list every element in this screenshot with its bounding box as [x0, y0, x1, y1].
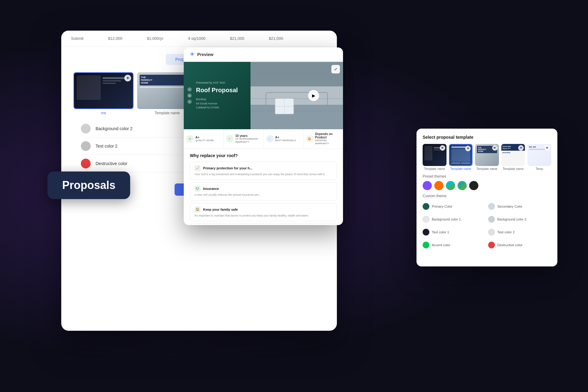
accent-color-label: Accent color [432, 243, 450, 247]
stat-label-4: MATERIAL WARRANTY [315, 139, 341, 145]
rp-templates-row: 👁 Template name 👁 T [423, 144, 551, 171]
stat-value-1: A+ [195, 136, 214, 139]
col-2: $12,000 [108, 36, 122, 41]
reason-icon-3: 🏠 [194, 206, 201, 213]
roof-photo-overlay [251, 62, 343, 129]
stat-label-3: BEST MATERIALS [275, 139, 296, 142]
preset-themes-row [423, 181, 551, 190]
template-thumb-1[interactable]: 👁 me [74, 72, 134, 115]
rp-thumb-4[interactable]: financialsDone ✦✦ smoothly 👁 Template na… [501, 144, 525, 171]
rp-thumb-5[interactable]: for mi 👁 Temp [527, 144, 551, 171]
proposals-badge: Proposals [47, 172, 130, 199]
expand-button[interactable]: ⤢ [331, 65, 340, 74]
roof-social: f in t [187, 87, 192, 104]
roof-small-title: Presented by ACE Tech [196, 81, 249, 84]
preset-purple[interactable] [423, 181, 432, 190]
bg1-color-swatch[interactable] [423, 216, 429, 223]
primary-color-swatch[interactable] [423, 203, 429, 210]
accent-color-swatch[interactable] [423, 242, 429, 248]
custom-primary: Primary Color [423, 201, 486, 212]
stat-label-2: OF WORKMANSHIP WARRANTY [235, 138, 261, 144]
col-6: $21,000 [269, 36, 283, 41]
text2-color-label: Text color 2 [497, 230, 514, 234]
reason-icon-2: 🛡 [194, 186, 201, 192]
template-img-1[interactable]: 👁 [74, 72, 134, 109]
custom-bg2: Background color 2 [488, 214, 551, 224]
bg-color-2-swatch[interactable] [81, 124, 91, 134]
text2-color-swatch[interactable] [488, 229, 495, 236]
rp-thumb-img-3[interactable]: THEPERFECTHOME 👁 [475, 144, 499, 166]
svg-rect-3 [251, 105, 343, 129]
rp-label-4: Template name [501, 167, 525, 171]
material-warranty-icon: 🏠 [306, 135, 313, 142]
instagram-icon: in [187, 93, 192, 98]
quality-icon: A [186, 135, 194, 142]
reason-body-2: A new roof usually reduces the annual in… [194, 193, 332, 197]
rp-thumb-img-2[interactable]: 👁 [449, 144, 473, 166]
warranty-icon: ✓ [226, 135, 233, 142]
secondary-color-label: Secondary Color [497, 205, 522, 208]
text1-color-swatch[interactable] [423, 229, 429, 236]
preview-header: 👁 Preview [184, 47, 343, 62]
destructive-label-rp: Destructive color [497, 243, 522, 247]
stat-item-2: ✓ 10 years OF WORKMANSHIP WARRANTY [224, 129, 263, 149]
col-5: $21,000 [230, 36, 244, 41]
stat-item-4: 🏠 Depends on Product MATERIAL WARRANTY [303, 129, 343, 149]
roof-banner: Presented by ACE Tech Roof Proposal Bomb… [184, 62, 343, 129]
reason-title-3: Keep your family safe [203, 208, 238, 211]
facebook-icon: f [187, 87, 192, 92]
stat-item-3: ← A+ BEST MATERIALS [264, 129, 303, 149]
custom-text1: Text color 1 [423, 227, 486, 237]
secondary-color-swatch[interactable] [488, 203, 495, 210]
col-4: 4 sq/1000 [188, 36, 205, 41]
preview-card: 👁 Preview Presented by ACE Tech Roof Pro… [184, 47, 343, 225]
right-panel-card: Select proposal template 👁 Template name [417, 129, 557, 266]
rp-thumb-img-5[interactable]: for mi 👁 [527, 144, 551, 166]
rp-thumb-3[interactable]: THEPERFECTHOME 👁 Template name [475, 144, 499, 171]
rp-thumb-1[interactable]: 👁 Template name [423, 144, 447, 171]
roof-main-title: Roof Proposal [196, 87, 249, 94]
text-color-2-swatch[interactable] [81, 141, 91, 151]
rp-eye-3[interactable]: 👁 [492, 145, 498, 151]
preset-teal-green2[interactable] [458, 181, 467, 190]
custom-title: Custom theme [423, 194, 551, 198]
reason-title-2: Insurance [203, 187, 219, 190]
stat-value-2: 10 years [235, 134, 261, 138]
roof-address: Bombay 54 Gould Avenue Caldwell NJ 07006 [196, 97, 249, 110]
destructive-color-label: Destructive color [96, 161, 127, 166]
rp-thumb-img-1[interactable]: 👁 [423, 144, 447, 166]
play-button[interactable]: ▶ [308, 90, 319, 101]
rp-label-1: Template name [423, 167, 447, 171]
rp-eye-1[interactable]: 👁 [440, 145, 445, 151]
stat-value-4: Depends on Product [315, 132, 341, 139]
preset-title: Preset themes [423, 174, 551, 179]
custom-secondary: Secondary Color [488, 201, 551, 212]
preset-teal-green[interactable] [446, 181, 455, 190]
template-label-1: me [74, 111, 134, 115]
custom-accent: Accent color [423, 240, 486, 250]
stat-label-1: QUALITY WORK [195, 139, 214, 142]
rp-label-3: Template name [475, 167, 499, 171]
rp-thumb-img-4[interactable]: financialsDone ✦✦ smoothly 👁 [501, 144, 525, 166]
bg2-color-swatch[interactable] [488, 216, 495, 223]
eye-icon-1[interactable]: 👁 [124, 75, 131, 81]
text-color-2-label: Text color 2 [96, 144, 118, 149]
right-panel-title: Select proposal template [423, 135, 551, 140]
reason-3: 🏠 Keep your family safe It's important t… [190, 203, 337, 221]
rp-thumb-2[interactable]: 👁 Template name [449, 144, 473, 171]
preview-eye-icon: 👁 [190, 52, 195, 57]
rp-eye-5[interactable]: 👁 [545, 145, 550, 151]
text1-color-label: Text color 1 [432, 230, 449, 234]
reason-2: 🛡 Insurance A new roof usually reduces t… [190, 182, 337, 201]
why-section: Why replace your roof? 📈 Primary protect… [184, 149, 343, 225]
proposals-label: Proposals [62, 179, 115, 191]
rp-label-5: Temp [527, 167, 551, 171]
roof-dark-section: Presented by ACE Tech Roof Proposal Bomb… [184, 62, 255, 129]
svg-rect-2 [251, 86, 343, 105]
col-1: Submit [71, 36, 83, 41]
preset-dark[interactable] [469, 181, 478, 190]
stats-row: A A+ QUALITY WORK ✓ 10 years OF WORKMANS… [184, 129, 343, 149]
destructive-swatch-rp[interactable] [488, 242, 495, 248]
destructive-color-swatch[interactable] [81, 159, 91, 168]
preset-orange[interactable] [434, 181, 443, 190]
